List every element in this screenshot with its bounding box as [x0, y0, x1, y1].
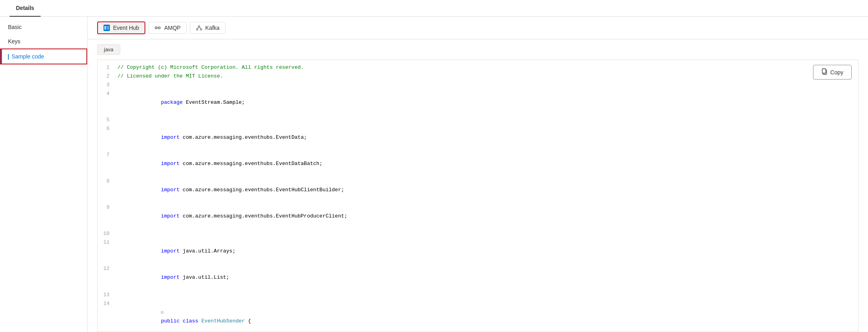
svg-point-11	[200, 29, 202, 30]
code-text-8: import com.azure.messaging.eventhubs.Eve…	[117, 177, 858, 203]
svg-rect-2	[104, 27, 106, 28]
content-area: Event Hub AMQP	[88, 17, 868, 332]
line-num-7: 7	[98, 151, 117, 159]
svg-line-13	[199, 27, 201, 29]
sidebar: Basic Keys | Sample code	[0, 17, 88, 332]
line-num-5: 5	[98, 116, 117, 124]
line-num-9: 9	[98, 203, 117, 212]
code-line-5: 5	[98, 116, 858, 124]
code-line-13: 13	[98, 291, 858, 299]
svg-point-8	[158, 27, 160, 29]
sidebar-item-keys[interactable]: Keys	[0, 34, 87, 49]
code-line-2: 2 // Licensed under the MIT License.	[98, 72, 858, 81]
protocol-tab-kafka-label: Kafka	[205, 25, 220, 31]
svg-point-7	[155, 27, 157, 29]
code-line-8: 8 import com.azure.messaging.eventhubs.E…	[98, 177, 858, 203]
line-num-12: 12	[98, 264, 117, 273]
line-num-3: 3	[98, 81, 117, 89]
language-tab-java[interactable]: java	[97, 44, 120, 55]
code-line-10: 10	[98, 229, 858, 238]
code-text-7: import com.azure.messaging.eventhubs.Eve…	[117, 151, 858, 177]
copy-icon	[821, 68, 828, 76]
tab-details[interactable]: Details	[10, 0, 41, 17]
protocol-tab-amqp-label: AMQP	[164, 25, 180, 31]
line-num-1: 1	[98, 63, 117, 72]
language-bar: java	[88, 39, 868, 60]
code-line-14: 14 ⊟ public class EventHubSender {	[98, 299, 858, 332]
code-text-14: ⊟ public class EventHubSender {	[117, 299, 858, 332]
code-text-4: package EventStream.Sample;	[117, 89, 858, 116]
code-line-9: 9 import com.azure.messaging.eventhubs.E…	[98, 203, 858, 229]
line-num-6: 6	[98, 124, 117, 133]
code-area[interactable]: Copy 1 // Copyright (c) Microsoft Corpor…	[97, 60, 858, 332]
line-num-13: 13	[98, 291, 117, 299]
app-container: Details Basic Keys | Sample code	[0, 0, 868, 332]
protocol-tab-amqp[interactable]: AMQP	[149, 22, 186, 34]
svg-point-10	[196, 29, 198, 30]
copy-button[interactable]: Copy	[813, 65, 852, 80]
code-line-1: 1 // Copyright (c) Microsoft Corporation…	[98, 63, 858, 72]
code-text-13	[117, 291, 858, 299]
line-num-4: 4	[98, 89, 117, 98]
code-text-1: // Copyright (c) Microsoft Corporation. …	[117, 63, 858, 72]
svg-rect-6	[107, 29, 109, 29]
code-text-5	[117, 116, 858, 124]
sidebar-item-basic[interactable]: Basic	[0, 20, 87, 34]
svg-line-12	[197, 27, 199, 29]
protocol-tab-event-hub[interactable]: Event Hub	[97, 21, 145, 34]
line-num-10: 10	[98, 229, 117, 238]
main-layout: Basic Keys | Sample code	[0, 17, 868, 332]
eventhub-icon	[104, 25, 110, 31]
code-text-9: import com.azure.messaging.eventhubs.Eve…	[117, 203, 858, 229]
code-line-6: 6 import com.azure.messaging.eventhubs.E…	[98, 124, 858, 151]
code-text-2: // Licensed under the MIT License.	[117, 72, 858, 81]
svg-rect-1	[104, 26, 106, 27]
svg-rect-15	[822, 69, 826, 73]
protocol-tab-kafka[interactable]: Kafka	[190, 22, 226, 34]
svg-point-9	[198, 25, 200, 27]
line-num-11: 11	[98, 238, 117, 247]
kafka-icon	[196, 25, 202, 31]
code-text-6: import com.azure.messaging.eventhubs.Eve…	[117, 124, 858, 151]
copy-label: Copy	[830, 69, 843, 76]
code-text-10	[117, 229, 858, 238]
svg-rect-5	[107, 27, 109, 28]
top-tabs: Details	[0, 0, 868, 17]
code-text-3	[117, 81, 858, 89]
amqp-icon	[154, 25, 161, 31]
line-num-14: 14	[98, 299, 117, 308]
sidebar-item-sample-code[interactable]: | Sample code	[0, 49, 87, 64]
code-text-11: import java.util.Arrays;	[117, 238, 858, 264]
line-num-2: 2	[98, 72, 117, 81]
code-line-3: 3	[98, 81, 858, 89]
protocol-tabs: Event Hub AMQP	[88, 17, 868, 39]
line-num-8: 8	[98, 177, 117, 186]
code-line-4: 4 package EventStream.Sample;	[98, 89, 858, 116]
svg-rect-3	[104, 29, 106, 29]
code-line-7: 7 import com.azure.messaging.eventhubs.E…	[98, 151, 858, 177]
code-line-11: 11 import java.util.Arrays;	[98, 238, 858, 264]
protocol-tab-eventhub-label: Event Hub	[113, 25, 139, 31]
fold-icon-14[interactable]: ⊟	[161, 310, 164, 315]
code-content: 1 // Copyright (c) Microsoft Corporation…	[98, 60, 858, 332]
code-line-12: 12 import java.util.List;	[98, 264, 858, 291]
copy-button-wrapper: Copy	[813, 65, 852, 80]
code-text-12: import java.util.List;	[117, 264, 858, 291]
svg-rect-4	[107, 26, 109, 27]
